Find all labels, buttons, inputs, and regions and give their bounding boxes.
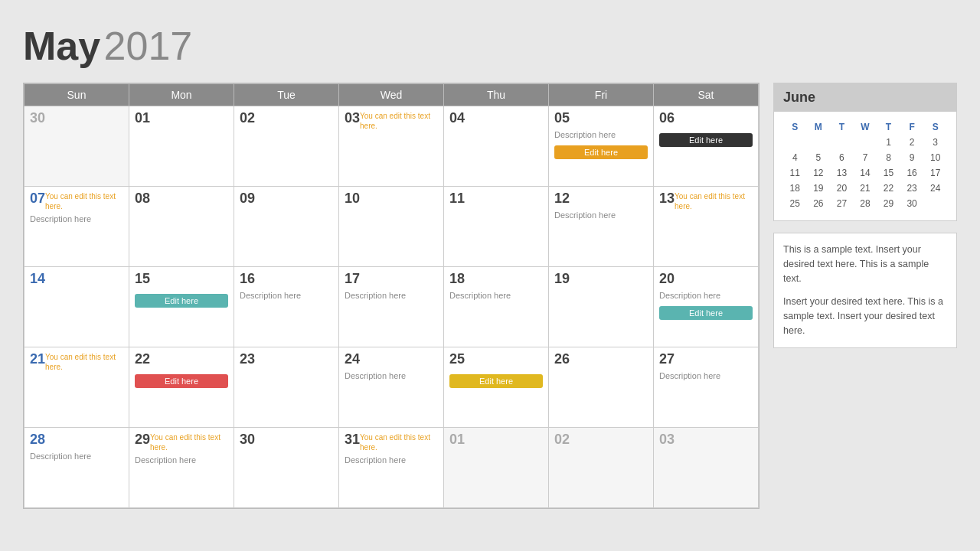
day-number: 29 <box>135 432 150 448</box>
day-number: 11 <box>449 191 465 207</box>
mini-cal-day[interactable]: 16 <box>900 165 924 181</box>
cal-cell-2-5: 19 <box>549 267 654 347</box>
page-title: May 2017 <box>23 23 957 69</box>
edit-button[interactable]: Edit here <box>135 374 228 388</box>
description-text: Description here <box>30 214 123 223</box>
mini-cal-day[interactable]: 10 <box>923 150 947 165</box>
mini-cal-day[interactable]: 29 <box>877 196 900 211</box>
mini-cal-header: S <box>783 119 807 135</box>
cal-cell-4-0: 28Description here <box>24 428 129 508</box>
mini-cal-day <box>923 196 947 211</box>
mini-cal-day[interactable]: 22 <box>877 181 900 196</box>
mini-cal-day[interactable]: 8 <box>877 150 900 165</box>
mini-cal-day[interactable]: 5 <box>807 150 831 165</box>
mini-cal-day[interactable]: 14 <box>854 165 877 181</box>
description-text: Description here <box>30 452 123 461</box>
cal-cell-2-2: 16Description here <box>234 267 339 347</box>
edit-button[interactable]: Edit here <box>135 294 228 308</box>
edit-button[interactable]: Edit here <box>659 133 753 147</box>
mini-cal-day[interactable]: 11 <box>783 165 807 181</box>
day-number: 23 <box>240 351 255 368</box>
day-number: 01 <box>135 110 150 127</box>
edit-button[interactable]: Edit here <box>449 374 543 388</box>
mini-cal-header: M <box>807 119 831 135</box>
mini-cal-day[interactable]: 30 <box>900 196 924 211</box>
cal-cell-3-1: 22Edit here <box>129 347 234 428</box>
day-number: 16 <box>240 271 255 288</box>
day-number: 13 <box>659 191 675 207</box>
mini-cal-day[interactable]: 4 <box>783 150 807 165</box>
day-number: 17 <box>345 271 360 288</box>
description-text: Description here <box>554 210 648 220</box>
cal-cell-2-1: 15Edit here <box>129 267 234 347</box>
description-text: Description here <box>345 291 438 300</box>
day-number: 25 <box>449 351 465 368</box>
sidebar-description: This is a sample text. Insert your desir… <box>773 233 957 348</box>
cal-cell-0-5: 05Description hereEdit here <box>549 106 654 187</box>
mini-cal-day[interactable]: 15 <box>877 165 900 181</box>
mini-cal-header: W <box>854 119 877 135</box>
mini-cal-day <box>783 135 807 150</box>
mini-cal-day[interactable]: 2 <box>900 135 924 150</box>
june-header: June <box>774 83 956 112</box>
day-number: 04 <box>449 110 465 127</box>
day-number: 02 <box>240 110 255 127</box>
mini-cal-day[interactable]: 13 <box>830 165 854 181</box>
main-layout: SunMonTueWedThuFriSat 30010203You can ed… <box>23 83 957 509</box>
day-number: 30 <box>30 110 45 127</box>
mini-cal-day[interactable]: 25 <box>783 196 807 211</box>
mini-cal-day[interactable]: 24 <box>923 181 947 196</box>
mini-cal-day[interactable]: 3 <box>923 135 947 150</box>
day-number: 02 <box>554 432 570 448</box>
cal-cell-3-4: 25Edit here <box>444 347 549 428</box>
description-text: Description here <box>554 130 648 139</box>
mini-cal-day[interactable]: 1 <box>877 135 900 150</box>
mini-cal-day[interactable]: 7 <box>854 150 877 165</box>
mini-cal-day[interactable]: 18 <box>783 181 807 196</box>
mini-cal-header: T <box>877 119 900 135</box>
mini-cal-day[interactable]: 9 <box>900 150 924 165</box>
cal-cell-3-2: 23 <box>234 347 339 428</box>
edit-button[interactable]: Edit here <box>659 306 753 320</box>
cal-cell-0-4: 04 <box>444 106 549 187</box>
cal-cell-2-4: 18Description here <box>444 267 549 347</box>
cal-cell-3-0: 21You can edit this text here. <box>24 347 129 428</box>
description-text: Description here <box>659 291 753 300</box>
cal-cell-0-3: 03You can edit this text here. <box>339 106 444 187</box>
edit-button[interactable]: Edit here <box>554 145 648 159</box>
day-number: 07 <box>30 191 45 207</box>
cal-cell-2-0: 14 <box>24 267 129 347</box>
editable-note[interactable]: You can edit this text here. <box>360 111 438 131</box>
mini-cal-day[interactable]: 28 <box>854 196 877 211</box>
calendar-header-thu: Thu <box>444 84 549 106</box>
editable-note[interactable]: You can edit this text here. <box>360 432 438 452</box>
mini-cal-day[interactable]: 6 <box>830 150 854 165</box>
mini-cal-day[interactable]: 23 <box>900 181 924 196</box>
day-number: 03 <box>659 432 675 448</box>
calendar-header-tue: Tue <box>234 84 339 106</box>
cal-cell-0-0: 30 <box>24 106 129 187</box>
description-text: Description here <box>449 291 543 300</box>
cal-cell-4-1: 29You can edit this text here.Descriptio… <box>129 428 234 508</box>
editable-note[interactable]: You can edit this text here. <box>45 352 123 372</box>
mini-cal-day[interactable]: 20 <box>830 181 854 196</box>
editable-note[interactable]: You can edit this text here. <box>150 432 228 452</box>
cal-cell-1-2: 09 <box>234 187 339 267</box>
day-number: 18 <box>449 271 465 288</box>
editable-note[interactable]: You can edit this text here. <box>675 191 753 211</box>
mini-cal-day[interactable]: 12 <box>807 165 831 181</box>
description-text: Description here <box>345 455 438 465</box>
editable-note[interactable]: You can edit this text here. <box>45 191 123 211</box>
calendar-header-sat: Sat <box>654 84 759 106</box>
day-number: 01 <box>449 432 465 448</box>
sidebar-text-1: This is a sample text. Insert your desir… <box>783 243 947 285</box>
sidebar-text-2: Insert your desired text here. This is a… <box>783 295 947 337</box>
mini-cal-day[interactable]: 19 <box>807 181 831 196</box>
mini-cal-day[interactable]: 27 <box>830 196 854 211</box>
day-number: 08 <box>135 191 150 207</box>
mini-cal-day[interactable]: 21 <box>854 181 877 196</box>
calendar-header-fri: Fri <box>549 84 654 106</box>
cal-cell-0-1: 01 <box>129 106 234 187</box>
mini-cal-day[interactable]: 26 <box>807 196 831 211</box>
mini-cal-day[interactable]: 17 <box>923 165 947 181</box>
